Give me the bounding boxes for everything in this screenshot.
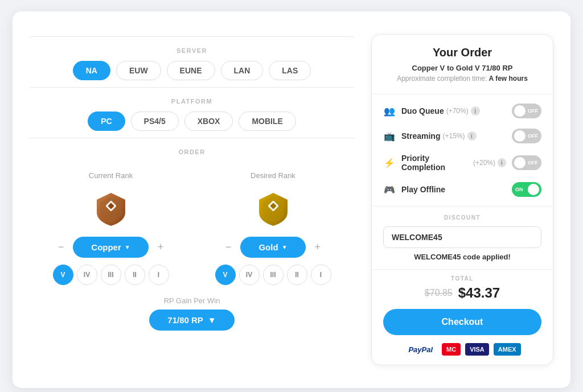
priority-icon: ⚡ <box>383 156 396 169</box>
server-las[interactable]: LAS <box>269 61 311 80</box>
rp-label: RP Gain Per Win <box>30 296 354 305</box>
current-rank-plus[interactable]: + <box>153 239 169 255</box>
visa-icon: VISA <box>465 343 489 356</box>
main-container: SERVER NA EUW EUNE LAN LAS PLATFORM PC P… <box>13 11 570 388</box>
desired-rank-plus[interactable]: + <box>310 239 326 255</box>
server-label: SERVER <box>30 47 354 54</box>
original-price: $70.85 <box>425 288 453 298</box>
mastercard-icon: MC <box>442 343 461 356</box>
desired-tier-iv[interactable]: IV <box>239 265 260 285</box>
discount-section: DISCOUNT WELCOME45 code applied! <box>372 207 553 270</box>
desired-rank-col: Desired Rank <box>192 171 354 285</box>
platform-label: PLATFORM <box>30 98 354 105</box>
rp-arrow: ▼ <box>208 315 216 325</box>
duo-queue-pct: (+70%) <box>446 107 469 115</box>
option-priority: ⚡ Priority Completion (+20%) i OFF <box>383 154 541 172</box>
platform-ps4[interactable]: PS4/5 <box>131 112 179 131</box>
order-time: Approximate completion time: A few hours <box>383 75 541 82</box>
current-rank-icon <box>88 185 134 231</box>
amex-icon: AMEX <box>494 343 521 356</box>
option-streaming: 📺 Streaming (+15%) i OFF <box>383 129 541 143</box>
paypal-icon: PayPal <box>404 343 437 356</box>
desired-rank-icon <box>251 185 296 231</box>
streaming-name: Streaming (+15%) i <box>401 131 506 141</box>
checkout-button[interactable]: Checkout <box>383 309 541 335</box>
rp-section: RP Gain Per Win 71/80 RP ▼ <box>30 296 354 331</box>
completion-label: Approximate completion time: <box>397 75 487 82</box>
current-tier-row: V IV III II I <box>53 265 169 285</box>
order-subtitle: Copper V to Gold V 71/80 RP <box>383 64 541 72</box>
options-list: 👥 Duo Queue (+70%) i OFF 📺 Streaming <box>372 94 553 207</box>
total-label: TOTAL <box>383 275 541 282</box>
priority-pct: (+20%) <box>473 159 495 167</box>
completion-time: A few hours <box>489 75 528 82</box>
final-price: $43.37 <box>458 285 500 301</box>
platform-pc[interactable]: PC <box>88 112 125 131</box>
current-rank-controls: − Copper ▼ + <box>54 237 168 258</box>
platform-options: PC PS4/5 XBOX MOBILE <box>30 112 354 131</box>
desired-tier-iii[interactable]: III <box>263 265 284 285</box>
desired-tier-i[interactable]: I <box>311 265 331 285</box>
discount-applied: WELCOME45 code applied! <box>383 253 541 261</box>
left-panel: SERVER NA EUW EUNE LAN LAS PLATFORM PC P… <box>30 34 354 365</box>
platform-xbox[interactable]: XBOX <box>184 112 233 131</box>
duo-queue-toggle[interactable]: OFF <box>512 104 541 118</box>
desired-rank-minus[interactable]: − <box>221 239 236 255</box>
ranks-container: Current Rank <box>30 171 354 285</box>
desired-rank-label: Desired Rank <box>251 171 295 180</box>
current-tier-v[interactable]: V <box>53 265 73 285</box>
server-euw[interactable]: EUW <box>116 61 161 80</box>
desired-tier-ii[interactable]: II <box>287 265 307 285</box>
streaming-pct: (+15%) <box>442 132 465 140</box>
payment-icons: PayPal MC VISA AMEX <box>372 343 553 365</box>
desired-tier-row: V IV III II I <box>215 265 331 285</box>
streaming-toggle[interactable]: OFF <box>512 129 541 143</box>
current-rank-select[interactable]: Copper ▼ <box>73 237 148 258</box>
current-tier-i[interactable]: I <box>149 265 169 285</box>
current-tier-ii[interactable]: II <box>125 265 145 285</box>
duo-queue-info[interactable]: i <box>471 106 480 115</box>
priority-info[interactable]: i <box>498 158 506 167</box>
desired-rank-controls: − Gold ▼ + <box>221 237 325 258</box>
server-lan[interactable]: LAN <box>221 61 264 80</box>
desired-rank-select[interactable]: Gold ▼ <box>240 237 305 258</box>
order-divider <box>30 138 354 138</box>
streaming-icon: 📺 <box>383 130 396 142</box>
rp-select[interactable]: 71/80 RP ▼ <box>149 310 234 331</box>
duo-queue-icon: 👥 <box>383 105 396 117</box>
discount-label: DISCOUNT <box>383 214 541 221</box>
current-tier-iii[interactable]: III <box>101 265 121 285</box>
right-panel: Your Order Copper V to Gold V 71/80 RP A… <box>371 34 553 365</box>
order-title: Your Order <box>383 46 541 59</box>
server-options: NA EUW EUNE LAN LAS <box>30 61 354 80</box>
server-na[interactable]: NA <box>73 61 110 80</box>
play-offline-toggle[interactable]: ON <box>512 182 541 197</box>
rp-value: 71/80 RP <box>167 315 203 325</box>
current-rank-minus[interactable]: − <box>54 239 69 255</box>
option-duo-queue: 👥 Duo Queue (+70%) i OFF <box>383 104 541 118</box>
priority-toggle[interactable]: OFF <box>512 155 541 170</box>
current-rank-col: Current Rank <box>30 171 192 285</box>
option-play-offline: 🎮 Play Offline ON <box>383 182 541 197</box>
order-header: Your Order Copper V to Gold V 71/80 RP A… <box>372 35 553 94</box>
discount-input[interactable] <box>383 226 541 248</box>
current-rank-label: Current Rank <box>89 171 133 180</box>
server-divider <box>30 36 354 37</box>
duo-queue-name: Duo Queue (+70%) i <box>401 106 506 115</box>
platform-mobile[interactable]: MOBILE <box>239 112 295 131</box>
platform-divider <box>30 87 354 88</box>
total-prices: $70.85 $43.37 <box>383 285 541 301</box>
server-eune[interactable]: EUNE <box>167 61 215 80</box>
play-offline-name: Play Offline <box>401 185 506 194</box>
streaming-info[interactable]: i <box>467 131 477 141</box>
current-tier-iv[interactable]: IV <box>77 265 97 285</box>
order-section: Current Rank <box>30 167 354 331</box>
total-section: TOTAL $70.85 $43.37 <box>372 270 553 301</box>
order-label: ORDER <box>30 148 354 155</box>
priority-name: Priority Completion (+20%) i <box>401 154 506 172</box>
play-offline-icon: 🎮 <box>383 183 396 196</box>
desired-tier-v[interactable]: V <box>215 265 236 285</box>
